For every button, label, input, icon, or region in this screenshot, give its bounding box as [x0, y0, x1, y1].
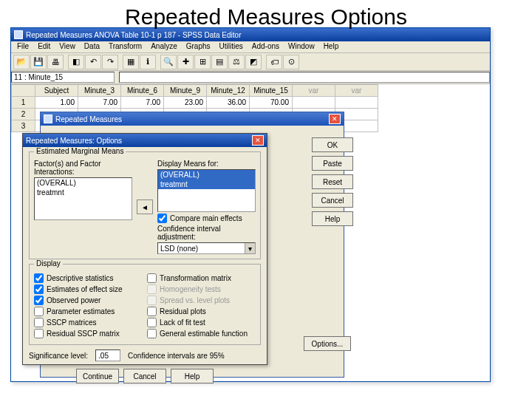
help-button[interactable]: Help — [312, 211, 353, 226]
compare-main-effects-check[interactable]: Compare main effects — [157, 214, 256, 223]
info-icon[interactable]: ℹ — [140, 55, 156, 69]
menu-addons[interactable]: Add-ons — [248, 41, 284, 52]
menu-edit[interactable]: Edit — [33, 41, 55, 52]
arrow-right-icon: ◄ — [141, 203, 149, 211]
transformation-check[interactable]: Transformation matrix — [147, 273, 256, 283]
chevron-down-icon[interactable]: ▾ — [245, 243, 255, 253]
factors-label: Factor(s) and Factor Interactions: — [34, 160, 132, 176]
rm-title: Repeated Measures — [55, 115, 329, 123]
spss-titlebar: Repeated Measures ANOVA Table 10-1 p 187… — [11, 28, 490, 41]
insert-var-icon[interactable]: ⊞ — [194, 55, 211, 69]
compare-checkbox[interactable] — [157, 214, 167, 223]
toolbar: 📂 💾 🖶 ◧ ↶ ↷ ▦ ℹ 🔍 ✚ ⊞ ▤ ⚖ ◩ 🏷 ⊙ — [11, 53, 490, 71]
list-item[interactable]: treatmnt — [35, 188, 132, 197]
goto-icon[interactable]: ▦ — [123, 55, 139, 69]
spread-level-check: Spread vs. level plots — [147, 296, 256, 305]
menu-file[interactable]: File — [13, 41, 33, 52]
rm-icon — [44, 115, 52, 123]
save-icon[interactable]: 💾 — [30, 55, 47, 69]
sig-label: Significance level: — [29, 352, 88, 360]
reset-button[interactable]: Reset — [312, 174, 353, 189]
spss-icon — [14, 30, 23, 39]
col-var2[interactable]: var — [335, 85, 378, 97]
col-min15[interactable]: Minute_15 — [250, 85, 293, 97]
menu-help[interactable]: Help — [319, 41, 344, 52]
open-icon[interactable]: 📂 — [13, 55, 30, 69]
display-means-listbox[interactable]: (OVERALL) treatmnt — [157, 169, 256, 212]
cell-value[interactable] — [119, 72, 490, 83]
menu-data[interactable]: Data — [80, 41, 104, 52]
menu-view[interactable]: View — [55, 41, 80, 52]
sig-row: Significance level: .05 Confidence inter… — [23, 345, 267, 366]
display-group: Display Descriptive statistics Estimates… — [29, 264, 261, 345]
continue-button[interactable]: Continue — [76, 369, 119, 383]
cell-reference-bar: 11 : Minute_15 — [11, 71, 490, 84]
sets-icon[interactable]: ⊙ — [283, 55, 299, 69]
cancel-button[interactable]: Cancel — [123, 369, 166, 383]
value-labels-icon[interactable]: 🏷 — [266, 55, 282, 69]
undo-icon[interactable]: ↶ — [85, 55, 101, 69]
residual-plots-check[interactable]: Residual plots — [147, 307, 256, 316]
list-item[interactable]: treatmnt — [158, 180, 255, 189]
param-estimates-check[interactable]: Parameter estimates — [34, 307, 143, 316]
slide-title: Repeated Measures Options — [0, 4, 532, 30]
cell-reference: 11 : Minute_15 — [11, 72, 115, 83]
factors-listbox[interactable]: (OVERALL) treatmnt — [34, 177, 132, 220]
table-row[interactable]: 1 1.00 7.00 7.00 23.00 36.00 70.00 — [12, 97, 378, 109]
col-min3[interactable]: Minute_3 — [78, 85, 121, 97]
ok-button[interactable]: OK — [312, 137, 353, 152]
sig-level-input[interactable]: .05 — [95, 349, 120, 361]
col-min9[interactable]: Minute_9 — [164, 85, 207, 97]
options-button[interactable]: Options... — [304, 336, 351, 351]
insert-case-icon[interactable]: ✚ — [177, 55, 194, 69]
ci-combo-value: LSD (none) — [158, 245, 245, 253]
paste-button[interactable]: Paste — [312, 156, 353, 171]
residual-sscp-check[interactable]: Residual SSCP matrix — [34, 329, 143, 338]
display-group-title: Display — [34, 259, 63, 267]
emm-group: Estimated Marginal Means Factor(s) and F… — [29, 151, 261, 259]
spss-title: Repeated Measures ANOVA Table 10-1 p 187… — [26, 31, 487, 39]
observed-power-check[interactable]: Observed power — [34, 296, 143, 305]
print-icon[interactable]: 🖶 — [47, 55, 64, 69]
col-min12[interactable]: Minute_12 — [207, 85, 250, 97]
corner-cell — [12, 85, 35, 97]
rm-side-buttons: OK Paste Reset Cancel Help — [312, 137, 353, 226]
options-buttons: Continue Cancel Help — [23, 366, 267, 388]
lack-of-fit-check[interactable]: Lack of fit test — [147, 318, 256, 327]
cancel-button[interactable]: Cancel — [312, 193, 353, 208]
dialog-recall-icon[interactable]: ◧ — [68, 55, 84, 69]
split-icon[interactable]: ▤ — [211, 55, 228, 69]
close-icon[interactable]: ✕ — [252, 135, 264, 146]
menu-graphs[interactable]: Graphs — [182, 41, 215, 52]
menu-utilities[interactable]: Utilities — [215, 41, 248, 52]
move-arrow-button[interactable]: ◄ — [137, 200, 153, 214]
menu-window[interactable]: Window — [284, 41, 319, 52]
find-icon[interactable]: 🔍 — [160, 55, 177, 69]
weight-icon[interactable]: ⚖ — [228, 55, 245, 69]
descriptive-check[interactable]: Descriptive statistics — [34, 273, 143, 283]
ci-adjust-label: Confidence interval adjustment: — [157, 225, 256, 241]
list-item[interactable]: (OVERALL) — [35, 178, 132, 188]
emm-group-title: Estimated Marginal Means — [34, 147, 126, 155]
menu-transform[interactable]: Transform — [104, 41, 146, 52]
options-titlebar: Repeated Measures: Options ✕ — [23, 134, 267, 147]
effect-size-check[interactable]: Estimates of effect size — [34, 284, 143, 294]
menu-analyze[interactable]: Analyze — [146, 41, 182, 52]
close-icon[interactable]: ✕ — [329, 114, 341, 124]
options-button-wrap: Options... — [304, 336, 351, 351]
list-item[interactable]: (OVERALL) — [158, 170, 255, 180]
display-means-label: Display Means for: — [157, 160, 256, 168]
help-button[interactable]: Help — [171, 369, 214, 383]
col-var1[interactable]: var — [293, 85, 335, 97]
col-subject[interactable]: Subject — [35, 85, 78, 97]
homogeneity-check: Homogeneity tests — [147, 284, 256, 294]
menubar[interactable]: File Edit View Data Transform Analyze Gr… — [11, 41, 490, 53]
redo-icon[interactable]: ↷ — [102, 55, 118, 69]
ci-adjust-combo[interactable]: LSD (none) ▾ — [157, 242, 256, 254]
ci-text: Confidence intervals are 95% — [128, 352, 225, 360]
sscp-check[interactable]: SSCP matrices — [34, 318, 143, 327]
col-min6[interactable]: Minute_6 — [121, 85, 164, 97]
select-icon[interactable]: ◩ — [245, 55, 262, 69]
estimable-fn-check[interactable]: General estimable function — [147, 329, 256, 338]
rm-titlebar: Repeated Measures ✕ — [41, 112, 344, 126]
